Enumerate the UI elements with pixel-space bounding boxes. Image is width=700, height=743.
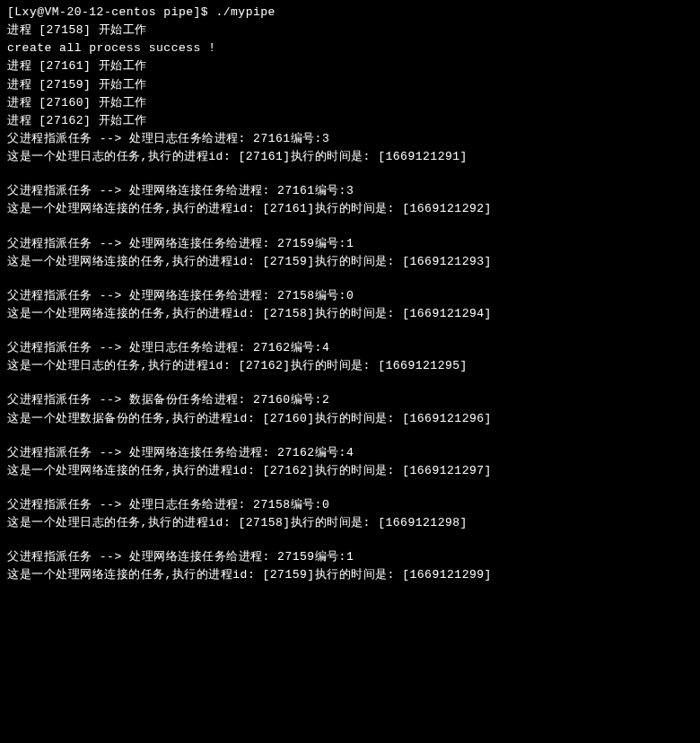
task-assign-line: 父进程指派任务 --> 数据备份任务给进程: 27160编号:2 [7, 391, 693, 409]
process-start-line: 进程 [27158] 开始工作 [7, 22, 693, 39]
task-assign-line: 父进程指派任务 --> 处理日志任务给进程: 27158编号:0 [7, 496, 693, 514]
shell-prompt[interactable]: [Lxy@VM-20-12-centos pipe]$ ./mypipe [7, 4, 693, 22]
task-assign-line: 父进程指派任务 --> 处理网络连接任务给进程: 27162编号:4 [7, 444, 693, 462]
task-assign-line: 父进程指派任务 --> 处理日志任务给进程: 27162编号:4 [7, 339, 693, 357]
process-start-line: create all process success ! [7, 39, 693, 57]
task-block: 父进程指派任务 --> 数据备份任务给进程: 27160编号:2 这是一个处理数… [7, 391, 693, 427]
task-exec-line: 这是一个处理日志的任务,执行的进程id: [27161]执行的时间是: [166… [7, 148, 693, 166]
process-start-line: 进程 [27162] 开始工作 [7, 112, 693, 130]
task-exec-line: 这是一个处理网络连接的任务,执行的进程id: [27158]执行的时间是: [1… [7, 305, 693, 323]
task-block: 父进程指派任务 --> 处理网络连接任务给进程: 27162编号:4 这是一个处… [7, 444, 693, 480]
task-block: 父进程指派任务 --> 处理网络连接任务给进程: 27159编号:1 这是一个处… [7, 548, 693, 584]
task-exec-line: 这是一个处理网络连接的任务,执行的进程id: [27162]执行的时间是: [1… [7, 462, 693, 480]
process-start-line: 进程 [27161] 开始工作 [7, 57, 693, 75]
task-assign-line: 父进程指派任务 --> 处理网络连接任务给进程: 27161编号:3 [7, 182, 693, 200]
task-exec-line: 这是一个处理网络连接的任务,执行的进程id: [27161]执行的时间是: [1… [7, 200, 693, 218]
task-exec-line: 这是一个处理日志的任务,执行的进程id: [27162]执行的时间是: [166… [7, 357, 693, 375]
task-block: 父进程指派任务 --> 处理网络连接任务给进程: 27159编号:1 这是一个处… [7, 235, 693, 271]
task-exec-line: 这是一个处理日志的任务,执行的进程id: [27158]执行的时间是: [166… [7, 514, 693, 532]
process-start-line: 进程 [27159] 开始工作 [7, 76, 693, 94]
task-exec-line: 这是一个处理网络连接的任务,执行的进程id: [27159]执行的时间是: [1… [7, 566, 693, 584]
task-assign-line: 父进程指派任务 --> 处理网络连接任务给进程: 27159编号:1 [7, 235, 693, 253]
task-exec-line: 这是一个处理网络连接的任务,执行的进程id: [27159]执行的时间是: [1… [7, 253, 693, 271]
task-block: 父进程指派任务 --> 处理日志任务给进程: 27158编号:0 这是一个处理日… [7, 496, 693, 532]
process-start-block: 进程 [27158] 开始工作 create all process succe… [7, 22, 693, 130]
process-start-line: 进程 [27160] 开始工作 [7, 94, 693, 112]
task-assign-line: 父进程指派任务 --> 处理网络连接任务给进程: 27159编号:1 [7, 548, 693, 566]
task-assign-line: 父进程指派任务 --> 处理日志任务给进程: 27161编号:3 [7, 130, 693, 148]
task-block: 父进程指派任务 --> 处理日志任务给进程: 27162编号:4 这是一个处理日… [7, 339, 693, 375]
task-block: 父进程指派任务 --> 处理日志任务给进程: 27161编号:3 这是一个处理日… [7, 130, 693, 166]
task-exec-line: 这是一个处理数据备份的任务,执行的进程id: [27160]执行的时间是: [1… [7, 410, 693, 428]
task-block: 父进程指派任务 --> 处理网络连接任务给进程: 27158编号:0 这是一个处… [7, 287, 693, 323]
task-block: 父进程指派任务 --> 处理网络连接任务给进程: 27161编号:3 这是一个处… [7, 182, 693, 218]
task-assign-line: 父进程指派任务 --> 处理网络连接任务给进程: 27158编号:0 [7, 287, 693, 305]
